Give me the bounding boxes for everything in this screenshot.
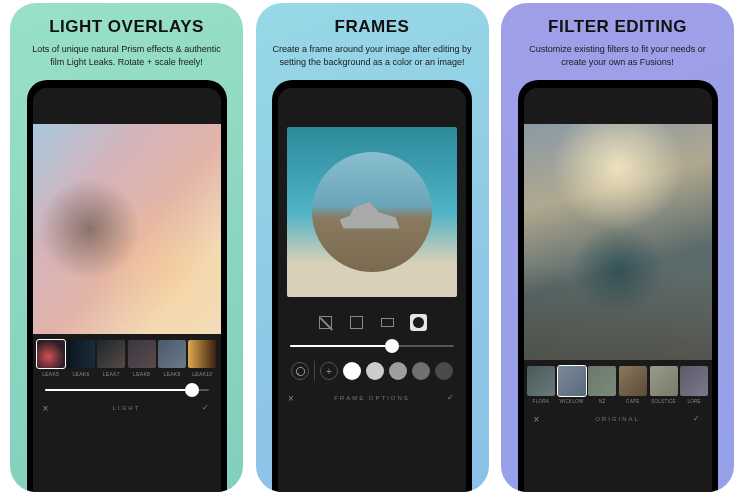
status-bar-gap bbox=[33, 88, 221, 124]
phone-frame: FLORA WICKLOW NZ CAPE SOLSTICE LORE × OR… bbox=[518, 80, 718, 492]
frame-size-slider[interactable] bbox=[278, 335, 466, 351]
frame-color-row: + bbox=[278, 351, 466, 385]
framed-photo[interactable] bbox=[278, 124, 466, 300]
status-bar-gap bbox=[278, 88, 466, 124]
panel-description: Customize existing filters to fit your n… bbox=[518, 43, 718, 68]
overlay-thumbnails: LEAK5 LEAK6 LEAK7 LEAK8 LEAK9 LEAK10 bbox=[33, 334, 221, 379]
swatch-white[interactable] bbox=[343, 362, 361, 380]
panel-title: FILTER EDITING bbox=[548, 17, 687, 37]
add-color-icon[interactable]: + bbox=[320, 362, 338, 380]
filter-thumbnails: FLORA WICKLOW NZ CAPE SOLSTICE LORE bbox=[524, 360, 712, 406]
confirm-icon[interactable]: ✓ bbox=[447, 393, 456, 402]
panel-light-overlays: LIGHT OVERLAYS Lots of unique natural Pr… bbox=[10, 3, 243, 492]
swatch-gray[interactable] bbox=[389, 362, 407, 380]
panel-description: Create a frame around your image after e… bbox=[272, 43, 472, 68]
swatch-lightgray[interactable] bbox=[366, 362, 384, 380]
confirm-icon[interactable]: ✓ bbox=[202, 403, 211, 412]
cancel-icon[interactable]: × bbox=[288, 393, 296, 404]
thumb-leak9[interactable]: LEAK9 bbox=[158, 340, 186, 377]
thumb-leak10[interactable]: LEAK10 bbox=[188, 340, 216, 377]
panel-title: LIGHT OVERLAYS bbox=[49, 17, 204, 37]
filtered-photo[interactable] bbox=[524, 124, 712, 360]
phone-frame: LEAK5 LEAK6 LEAK7 LEAK8 LEAK9 LEAK10 × L… bbox=[27, 80, 227, 492]
thumb-cape[interactable]: CAPE bbox=[619, 366, 648, 404]
frame-shape-row bbox=[278, 300, 466, 335]
phone-screen: + × FRAME OPTIONS ✓ bbox=[278, 88, 466, 492]
thumb-flora[interactable]: FLORA bbox=[527, 366, 556, 404]
shape-none-icon[interactable] bbox=[317, 314, 334, 331]
frame-background bbox=[287, 127, 457, 297]
section-footer: × FRAME OPTIONS ✓ bbox=[278, 385, 466, 407]
phone-screen: FLORA WICKLOW NZ CAPE SOLSTICE LORE × OR… bbox=[524, 88, 712, 492]
panel-title: FRAMES bbox=[335, 17, 410, 37]
intensity-slider[interactable] bbox=[33, 379, 221, 395]
thumb-leak8[interactable]: LEAK8 bbox=[127, 340, 155, 377]
thumb-leak6[interactable]: LEAK6 bbox=[67, 340, 95, 377]
status-bar-gap bbox=[524, 88, 712, 124]
swatch-charcoal[interactable] bbox=[435, 362, 453, 380]
shape-circle-icon[interactable] bbox=[410, 314, 427, 331]
section-footer: × LIGHT ✓ bbox=[33, 395, 221, 417]
thumb-nz[interactable]: NZ bbox=[588, 366, 617, 404]
thumb-leak5[interactable]: LEAK5 bbox=[37, 340, 65, 377]
cancel-icon[interactable]: × bbox=[534, 414, 542, 425]
panel-filter-editing: FILTER EDITING Customize existing filter… bbox=[501, 3, 734, 492]
edited-photo[interactable] bbox=[33, 124, 221, 334]
thumb-lore[interactable]: LORE bbox=[680, 366, 709, 404]
shape-square-icon[interactable] bbox=[348, 314, 365, 331]
eyedropper-icon[interactable] bbox=[291, 362, 309, 380]
thumb-leak7[interactable]: LEAK7 bbox=[97, 340, 125, 377]
circle-mask-image bbox=[312, 152, 432, 272]
phone-frame: + × FRAME OPTIONS ✓ bbox=[272, 80, 472, 492]
thumb-wicklow[interactable]: WICKLOW bbox=[557, 366, 586, 404]
swatch-darkgray[interactable] bbox=[412, 362, 430, 380]
panel-frames: FRAMES Create a frame around your image … bbox=[256, 3, 489, 492]
confirm-icon[interactable]: ✓ bbox=[693, 414, 702, 423]
cancel-icon[interactable]: × bbox=[43, 403, 51, 414]
section-footer: × ORIGINAL ✓ bbox=[524, 406, 712, 428]
thumb-solstice[interactable]: SOLSTICE bbox=[649, 366, 678, 404]
phone-screen: LEAK5 LEAK6 LEAK7 LEAK8 LEAK9 LEAK10 × L… bbox=[33, 88, 221, 492]
panel-description: Lots of unique natural Prism effects & a… bbox=[27, 43, 227, 68]
shape-wide-icon[interactable] bbox=[379, 314, 396, 331]
